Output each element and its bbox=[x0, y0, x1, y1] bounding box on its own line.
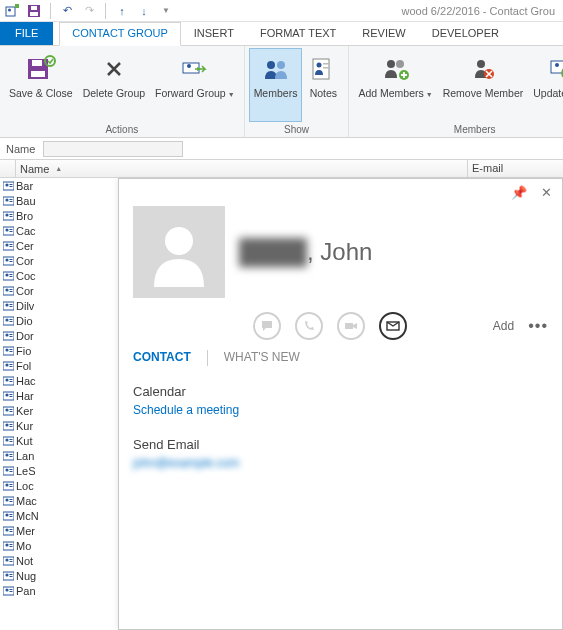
table-row[interactable]: Kur bbox=[0, 418, 118, 433]
tab-whats-new[interactable]: WHAT'S NEW bbox=[207, 350, 300, 366]
contact-name-cell: Coc bbox=[16, 270, 36, 282]
table-row[interactable]: Mo bbox=[0, 538, 118, 553]
tab-insert[interactable]: INSERT bbox=[181, 22, 247, 45]
more-icon[interactable]: ••• bbox=[528, 317, 548, 335]
svg-rect-80 bbox=[9, 334, 12, 335]
svg-rect-133 bbox=[9, 531, 12, 532]
table-row[interactable]: Fol bbox=[0, 358, 118, 373]
svg-point-115 bbox=[5, 468, 8, 471]
table-row[interactable]: Dilv bbox=[0, 298, 118, 313]
table-row[interactable]: Nug bbox=[0, 568, 118, 583]
next-icon[interactable]: ↓ bbox=[136, 3, 152, 19]
svg-point-131 bbox=[5, 528, 8, 531]
tab-format-text[interactable]: FORMAT TEXT bbox=[247, 22, 349, 45]
svg-rect-73 bbox=[9, 306, 12, 307]
schedule-meeting-link[interactable]: Schedule a meeting bbox=[133, 403, 548, 417]
contact-name-cell: Pan bbox=[16, 585, 36, 597]
contact-name-cell: Cac bbox=[16, 225, 36, 237]
prev-icon[interactable]: ↑ bbox=[114, 3, 130, 19]
contact-icon bbox=[0, 226, 16, 236]
svg-point-111 bbox=[5, 453, 8, 456]
new-contact-icon[interactable] bbox=[4, 3, 20, 19]
remove-member-button[interactable]: Remove Member bbox=[438, 48, 529, 122]
table-row[interactable]: Cor bbox=[0, 253, 118, 268]
name-label: Name bbox=[6, 143, 35, 155]
contact-name-cell: Fol bbox=[16, 360, 31, 372]
tab-contact[interactable]: CONTACT bbox=[133, 350, 191, 366]
video-icon[interactable] bbox=[337, 312, 365, 340]
table-row[interactable]: Bau bbox=[0, 193, 118, 208]
members-button[interactable]: Members bbox=[249, 48, 303, 122]
table-row[interactable]: Bro bbox=[0, 208, 118, 223]
table-row[interactable]: Cac bbox=[0, 223, 118, 238]
notes-button[interactable]: Notes bbox=[302, 48, 344, 122]
svg-point-75 bbox=[5, 318, 8, 321]
table-row[interactable]: Mer bbox=[0, 523, 118, 538]
table-row[interactable]: Not bbox=[0, 553, 118, 568]
email-address-link[interactable]: john@example.com bbox=[133, 456, 548, 470]
update-now-button[interactable]: Update Now bbox=[528, 48, 563, 122]
table-row[interactable]: Dio bbox=[0, 313, 118, 328]
add-link[interactable]: Add bbox=[493, 319, 514, 333]
svg-point-63 bbox=[5, 273, 8, 276]
svg-rect-23 bbox=[551, 61, 563, 73]
table-row[interactable]: McN bbox=[0, 508, 118, 523]
tab-review[interactable]: REVIEW bbox=[349, 22, 418, 45]
phone-icon[interactable] bbox=[295, 312, 323, 340]
contact-name-cell: Loc bbox=[16, 480, 34, 492]
tab-contact-group[interactable]: CONTACT GROUP bbox=[59, 22, 181, 46]
table-row[interactable]: Kut bbox=[0, 433, 118, 448]
table-row[interactable]: Dor bbox=[0, 328, 118, 343]
undo-icon[interactable]: ↶ bbox=[59, 3, 75, 19]
tab-file[interactable]: FILE bbox=[0, 22, 53, 45]
table-row[interactable]: LeS bbox=[0, 463, 118, 478]
name-field[interactable] bbox=[43, 141, 183, 157]
contact-icon bbox=[0, 481, 16, 491]
table-row[interactable]: Mac bbox=[0, 493, 118, 508]
icon-column-header[interactable] bbox=[0, 160, 16, 177]
contact-icon bbox=[0, 571, 16, 581]
email-icon[interactable] bbox=[379, 312, 407, 340]
contact-name: ████, John bbox=[239, 238, 372, 266]
svg-point-99 bbox=[5, 408, 8, 411]
svg-rect-65 bbox=[9, 276, 12, 277]
svg-rect-108 bbox=[9, 439, 12, 440]
delete-group-button[interactable]: Delete Group bbox=[78, 48, 150, 122]
email-column-header[interactable]: E-mail bbox=[468, 160, 563, 177]
contact-name-cell: Bro bbox=[16, 210, 33, 222]
add-members-button[interactable]: Add Members▼ bbox=[353, 48, 437, 122]
contact-name-cell: Cer bbox=[16, 240, 34, 252]
forward-group-button[interactable]: Forward Group▼ bbox=[150, 48, 240, 122]
contact-icon bbox=[0, 301, 16, 311]
svg-point-1 bbox=[8, 8, 11, 11]
contact-name-cell: Mo bbox=[16, 540, 31, 552]
table-row[interactable]: Lan bbox=[0, 448, 118, 463]
contact-actions: Add ••• bbox=[119, 308, 562, 350]
tab-developer[interactable]: DEVELOPER bbox=[419, 22, 512, 45]
svg-rect-120 bbox=[9, 484, 12, 485]
close-icon[interactable]: ✕ bbox=[541, 185, 552, 200]
table-row[interactable]: Pan bbox=[0, 583, 118, 598]
table-row[interactable]: Hac bbox=[0, 373, 118, 388]
svg-rect-93 bbox=[9, 381, 12, 382]
table-row[interactable]: Loc bbox=[0, 478, 118, 493]
im-icon[interactable] bbox=[253, 312, 281, 340]
name-column-header[interactable]: Name▲ bbox=[16, 160, 468, 177]
table-row[interactable]: Cor bbox=[0, 283, 118, 298]
qat-dropdown-icon[interactable]: ▼ bbox=[158, 3, 174, 19]
contact-name-cell: Kur bbox=[16, 420, 33, 432]
svg-rect-60 bbox=[9, 259, 12, 260]
table-row[interactable]: Fio bbox=[0, 343, 118, 358]
table-row[interactable]: Har bbox=[0, 388, 118, 403]
redo-icon[interactable]: ↷ bbox=[81, 3, 97, 19]
table-row[interactable]: Ker bbox=[0, 403, 118, 418]
save-close-button[interactable]: Save & Close bbox=[4, 48, 78, 122]
save-icon[interactable] bbox=[26, 3, 42, 19]
contact-icon bbox=[0, 421, 16, 431]
table-row[interactable]: Coc bbox=[0, 268, 118, 283]
table-row[interactable]: Cer bbox=[0, 238, 118, 253]
table-row[interactable]: Bar bbox=[0, 178, 118, 193]
column-headers: Name▲ E-mail bbox=[0, 160, 563, 178]
svg-rect-4 bbox=[30, 12, 38, 16]
pin-icon[interactable]: 📌 bbox=[511, 185, 527, 200]
